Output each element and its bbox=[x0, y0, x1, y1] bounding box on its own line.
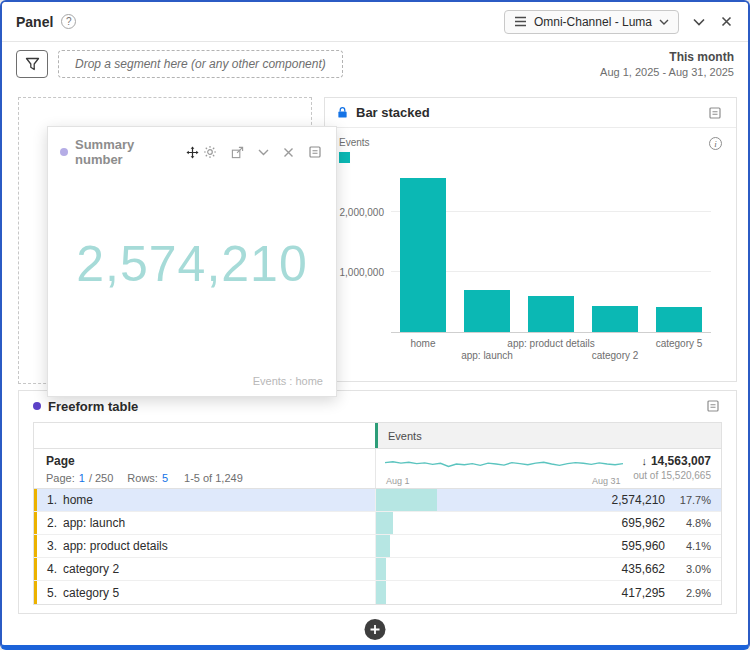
value-bar bbox=[376, 581, 386, 604]
table-rows: 1.home2,574,21017.7%2.app: launch695,962… bbox=[34, 489, 721, 604]
close-viz-icon[interactable] bbox=[281, 145, 296, 160]
x-axis-label: category 5 bbox=[656, 338, 703, 349]
value-bar bbox=[376, 535, 390, 557]
pagination: Page: 1 / 250 Rows: 5 1-5 of 1,249 bbox=[46, 472, 375, 484]
dimension-header: Page bbox=[46, 454, 375, 468]
chart-legend[interactable]: Events bbox=[339, 137, 370, 163]
help-icon[interactable]: ? bbox=[61, 14, 76, 29]
table-row[interactable]: 4.category 2435,6623.0% bbox=[34, 558, 721, 581]
legend-swatch-icon bbox=[339, 152, 350, 163]
row-name: category 2 bbox=[63, 562, 119, 576]
bar-app: launch[interactable] bbox=[464, 290, 510, 332]
row-accent-bar bbox=[34, 535, 37, 557]
bar-card-title: Bar stacked bbox=[356, 105, 430, 120]
add-visualization-button[interactable] bbox=[365, 619, 386, 640]
spark-start-label: Aug 1 bbox=[386, 476, 410, 486]
row-percent: 2.9% bbox=[665, 587, 711, 599]
events-column-header[interactable]: Events bbox=[375, 423, 721, 448]
panel-window: Panel ? Omni-Channel - Luma Drop a segme… bbox=[0, 0, 750, 650]
bar-category 2[interactable] bbox=[592, 306, 638, 332]
plus-icon bbox=[370, 624, 381, 635]
row-index: 1. bbox=[47, 493, 57, 507]
info-icon[interactable]: i bbox=[709, 137, 722, 150]
date-range-label: This month bbox=[600, 50, 734, 64]
x-axis-label: category 2 bbox=[592, 350, 639, 361]
note-icon[interactable] bbox=[704, 397, 722, 415]
column-totals: ↓ 14,563,007 out of 15,520,665 bbox=[633, 454, 711, 481]
spark-end-label: Aug 31 bbox=[592, 476, 621, 486]
date-range-selector[interactable]: This month Aug 1, 2025 - Aug 31, 2025 bbox=[600, 50, 734, 78]
row-value: 695,962 bbox=[622, 516, 665, 530]
bar-home[interactable] bbox=[400, 178, 446, 332]
close-panel-icon[interactable] bbox=[719, 14, 734, 29]
move-icon[interactable] bbox=[184, 144, 201, 161]
note-icon[interactable] bbox=[306, 143, 324, 161]
row-value-cell[interactable]: 417,2952.9% bbox=[375, 581, 721, 604]
page-label: Page: bbox=[46, 472, 75, 484]
summary-number-caption: Events : home bbox=[253, 375, 323, 387]
drop-hint-text: Drop a segment here (or any other compon… bbox=[75, 57, 326, 71]
row-value-cell[interactable]: 595,9604.1% bbox=[375, 535, 721, 557]
table-row[interactable]: 1.home2,574,21017.7% bbox=[34, 489, 721, 512]
bar-app: product details[interactable] bbox=[528, 296, 574, 332]
segment-drop-zone[interactable]: Drop a segment here (or any other compon… bbox=[58, 50, 343, 78]
table-row[interactable]: 3.app: product details595,9604.1% bbox=[34, 535, 721, 558]
panel-toolbar: Drop a segment here (or any other compon… bbox=[2, 42, 748, 86]
collapse-panel-icon[interactable] bbox=[691, 16, 707, 28]
column-total-outof: out of 15,520,665 bbox=[633, 470, 711, 481]
chart-body: Events i 1,000,0002,000,000 homeapp: lau… bbox=[325, 129, 736, 381]
row-value: 595,960 bbox=[622, 539, 665, 553]
y-axis-tick: 2,000,000 bbox=[340, 207, 385, 218]
sort-descending-icon: ↓ bbox=[641, 455, 647, 467]
table-row[interactable]: 2.app: launch695,9624.8% bbox=[34, 512, 721, 535]
funnel-icon bbox=[25, 57, 40, 71]
row-value-cell[interactable]: 695,9624.8% bbox=[375, 512, 721, 534]
note-icon[interactable] bbox=[706, 104, 724, 122]
row-dimension-cell[interactable]: 1.home bbox=[34, 489, 375, 511]
dataset-icon bbox=[514, 16, 527, 27]
chevron-down-icon bbox=[659, 19, 669, 25]
collapse-viz-icon[interactable] bbox=[256, 147, 271, 158]
summary-number-value: 2,574,210 bbox=[48, 235, 336, 293]
legend-label: Events bbox=[339, 137, 370, 148]
row-dimension-cell[interactable]: 3.app: product details bbox=[34, 535, 375, 557]
row-dimension-cell[interactable]: 4.category 2 bbox=[34, 558, 375, 580]
summary-card-header: Summary number bbox=[48, 127, 336, 167]
segment-filter-button[interactable] bbox=[16, 50, 48, 78]
settings-gear-icon[interactable] bbox=[201, 143, 219, 161]
row-index: 2. bbox=[47, 516, 57, 530]
viz-dot-icon bbox=[60, 148, 68, 156]
row-value-cell[interactable]: 435,6623.0% bbox=[375, 558, 721, 580]
rows-range: 1-5 of 1,249 bbox=[184, 472, 243, 484]
table-column-header-row: Events bbox=[34, 423, 721, 449]
panel-header-actions: Omni-Channel - Luma bbox=[504, 10, 734, 34]
table-row[interactable]: 5.category 5417,2952.9% bbox=[34, 581, 721, 604]
value-bar bbox=[376, 558, 386, 580]
row-value: 417,295 bbox=[622, 586, 665, 600]
rows-label: Rows: bbox=[127, 472, 158, 484]
row-value-cell[interactable]: 2,574,21017.7% bbox=[375, 489, 721, 511]
x-axis-label: app: launch bbox=[461, 350, 513, 361]
row-percent: 4.8% bbox=[665, 517, 711, 529]
row-value: 2,574,210 bbox=[612, 493, 665, 507]
table-meta-row: Page Page: 1 / 250 Rows: 5 1-5 of 1,249 bbox=[34, 449, 721, 489]
row-percent: 17.7% bbox=[665, 494, 711, 506]
row-accent-bar bbox=[34, 558, 37, 580]
value-bar bbox=[376, 489, 437, 511]
rows-value[interactable]: 5 bbox=[162, 472, 168, 484]
row-dimension-cell[interactable]: 5.category 5 bbox=[34, 581, 375, 604]
freeform-table: Events Page Page: 1 / 250 Rows: 5 1-5 of… bbox=[33, 422, 722, 605]
row-value: 435,662 bbox=[622, 562, 665, 576]
row-dimension-cell[interactable]: 2.app: launch bbox=[34, 512, 375, 534]
summary-number-card[interactable]: Summary number bbox=[47, 126, 337, 397]
bar-category 5[interactable] bbox=[656, 307, 702, 332]
y-axis-tick: 1,000,000 bbox=[340, 267, 385, 278]
page-value[interactable]: 1 bbox=[79, 472, 85, 484]
dataset-selector[interactable]: Omni-Channel - Luma bbox=[504, 10, 679, 34]
freeform-table-card: Freeform table Events Page Page: 1 bbox=[18, 390, 737, 614]
sort-and-total[interactable]: ↓ 14,563,007 bbox=[633, 454, 711, 468]
events-summary-cell: Aug 1 Aug 31 ↓ 14,563,007 out of 15,520,… bbox=[375, 449, 721, 488]
corner-cell bbox=[34, 423, 375, 448]
export-icon[interactable] bbox=[229, 144, 246, 161]
summary-card-title: Summary number bbox=[75, 137, 176, 167]
